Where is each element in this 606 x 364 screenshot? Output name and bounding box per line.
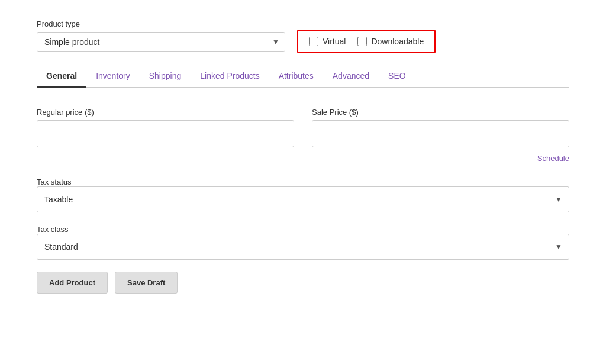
product-type-label: Product type (37, 20, 285, 28)
tab-inventory[interactable]: Inventory (86, 65, 140, 88)
regular-price-label: Regular price ($) (37, 108, 294, 117)
regular-price-group: Regular price ($) (37, 108, 294, 147)
action-buttons: Add Product Save Draft (37, 272, 569, 294)
virtual-downloadable-group: Virtual Downloadable (297, 30, 436, 53)
tax-class-select[interactable]: Standard Reduced rate Zero rate (37, 234, 569, 260)
product-type-select[interactable]: Simple product Variable product Grouped … (37, 32, 285, 52)
tax-status-select[interactable]: Taxable Shipping only None (37, 186, 569, 212)
schedule-link[interactable]: Schedule (537, 154, 569, 163)
downloadable-checkbox-item[interactable]: Downloadable (357, 37, 424, 46)
regular-price-input[interactable] (37, 120, 294, 147)
tab-linked-products[interactable]: Linked Products (191, 65, 269, 88)
save-draft-button[interactable]: Save Draft (115, 272, 178, 294)
tab-general[interactable]: General (37, 65, 86, 88)
tab-advanced[interactable]: Advanced (323, 65, 379, 88)
tab-seo[interactable]: SEO (379, 65, 415, 88)
tax-status-wrapper: Taxable Shipping only None ▼ (37, 186, 569, 212)
sale-price-label: Sale Price ($) (312, 108, 569, 117)
tax-status-label: Tax status (37, 178, 72, 186)
virtual-label: Virtual (323, 37, 346, 46)
tab-attributes[interactable]: Attributes (269, 65, 323, 88)
virtual-checkbox[interactable] (309, 37, 318, 46)
downloadable-checkbox[interactable] (357, 37, 367, 46)
virtual-checkbox-item[interactable]: Virtual (309, 37, 346, 46)
tax-class-label: Tax class (37, 225, 68, 234)
sale-price-input[interactable] (312, 120, 569, 147)
tax-class-wrapper: Standard Reduced rate Zero rate ▼ (37, 234, 569, 260)
sale-price-group: Sale Price ($) (312, 108, 569, 147)
add-product-button[interactable]: Add Product (37, 272, 108, 294)
tab-shipping[interactable]: Shipping (140, 65, 191, 88)
schedule-link-wrapper: Schedule (37, 153, 569, 163)
tabs-bar: General Inventory Shipping Linked Produc… (37, 65, 569, 88)
downloadable-label: Downloadable (371, 37, 424, 46)
general-tab-content: Regular price ($) Sale Price ($) Schedul… (37, 102, 569, 305)
